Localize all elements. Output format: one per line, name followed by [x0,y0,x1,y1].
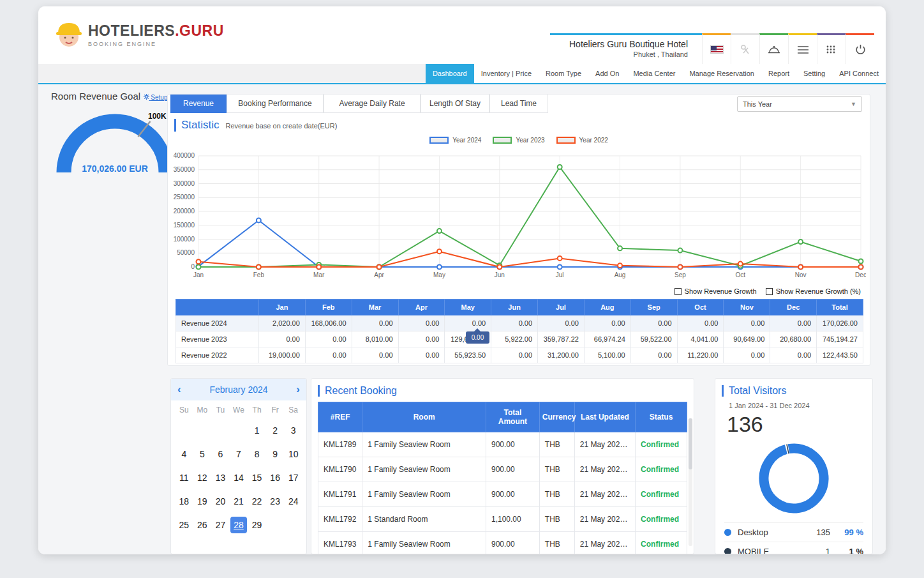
calendar-day-6[interactable]: 6 [211,446,230,462]
calendar-day-27[interactable]: 27 [211,517,230,533]
booking-row-kml1793[interactable]: KML17931 Family Seaview Room900.00THB21 … [318,532,687,555]
logo[interactable]: HOTELIERS.GURU BOOKING ENGINE [55,19,224,50]
calendar-day-4[interactable]: 4 [175,446,193,462]
revenue-cell: 5,100.00 [584,347,630,363]
calendar-day-10[interactable]: 10 [284,446,302,462]
show-revenue-growth-pct-checkbox[interactable]: Show Revenue Growth (%) [766,287,861,295]
revenue-line-chart: 0500001000001500002000002500003000003500… [173,148,866,287]
revenue-cell: 11,220.00 [677,347,724,363]
calendar-day-7[interactable]: 7 [230,446,248,462]
total-visitors-panel: Total Visitors 1 Jan 2024 - 31 Dec 2024 … [715,378,873,554]
calendar-day-13[interactable]: 13 [211,469,230,486]
row-label: Revenue 2023 [176,331,259,347]
room-service-button[interactable] [759,33,788,64]
revenue-col-header [176,300,259,316]
calendar-day-21[interactable]: 21 [230,493,248,510]
booking-scrollbar[interactable] [689,418,692,546]
nav-item-room-type[interactable]: Room Type [539,64,588,83]
nav-item-manage-reservation[interactable]: Manage Reservation [682,64,761,83]
calendar-day-22[interactable]: 22 [248,493,266,510]
nav-item-report[interactable]: Report [761,64,796,83]
checkbox-icon [674,288,682,295]
statistic-panel: RevenueBooking PerformanceAverage Daily … [167,94,870,366]
show-revenue-growth-checkbox[interactable]: Show Revenue Growth [674,287,757,295]
calendar-day-8[interactable]: 8 [248,446,266,462]
booking-cell: 1 Standard Room [362,507,486,532]
calendar-day-24[interactable]: 24 [284,493,302,510]
goal-setup-link[interactable]: Setup [144,94,168,101]
tab-lead-time[interactable]: Lead Time [489,95,548,113]
calendar-day-19[interactable]: 19 [193,493,212,510]
calendar-day-3[interactable]: 3 [284,422,302,439]
svg-text:Dec: Dec [855,271,866,278]
legend-item-year-2024[interactable]: Year 2024 [429,137,481,144]
tools-button[interactable] [731,33,759,64]
calendar-day-23[interactable]: 23 [266,493,285,510]
tab-average-daily-rate[interactable]: Average Daily Rate [324,95,421,113]
list-button[interactable] [788,33,817,64]
nav-item-media-center[interactable]: Media Center [626,64,682,83]
period-select[interactable]: This Year ▼ [737,96,862,112]
booking-cell: 21 May 202… [574,482,635,507]
tab-length-of-stay[interactable]: Length Of Stay [421,95,489,113]
revenue-cell: 19,000.00 [259,347,306,363]
main-nav: DashboardInventory | PriceRoom TypeAdd O… [426,64,886,83]
calendar-day-12[interactable]: 12 [193,469,212,486]
calendar-day-15[interactable]: 15 [248,469,266,486]
nav-item-api-connect[interactable]: API Connect [832,64,886,83]
booking-status: Confirmed [636,482,687,507]
value-tooltip: 0.00 [466,331,489,344]
calendar-next-button[interactable]: › [296,383,300,396]
revenue-goal-gauge: 100K 170,026.00 EUR [51,109,179,180]
booking-row-kml1792[interactable]: KML17921 Standard Room1,100.00THB21 May … [318,507,687,532]
tab-booking-performance[interactable]: Booking Performance [227,95,324,113]
calendar-day-1[interactable]: 1 [248,422,266,439]
language-flag-button[interactable] [702,33,731,64]
legend-item-year-2023[interactable]: Year 2023 [493,137,544,144]
calendar-day-16[interactable]: 16 [266,469,285,486]
calendar-day-11[interactable]: 11 [175,469,193,486]
calendar-day-17[interactable]: 17 [284,469,302,486]
calendar-day-9[interactable]: 9 [266,446,285,462]
calendar-prev-button[interactable]: ‹ [177,383,181,396]
booking-cell: 900.00 [486,482,540,507]
booking-cell: 21 May 202… [574,532,635,555]
booking-status: Confirmed [636,507,687,532]
booking-row-kml1790[interactable]: KML17901 Family Seaview Room900.00THB21 … [318,457,687,482]
booking-cell: 21 May 202… [574,432,635,457]
logo-title: HOTELIERS.GURU [88,22,224,40]
booking-col-header: Last Updated [574,402,635,432]
calendar-day-28[interactable]: 28 [230,517,247,533]
logout-button[interactable] [846,33,874,64]
calendar-day-29[interactable]: 29 [248,517,266,533]
calendar-day-26[interactable]: 26 [193,517,212,533]
svg-text:50000: 50000 [177,249,195,256]
header-right: Hoteliers Guru Boutique Hotel Phuket , T… [550,33,874,64]
booking-status: Confirmed [636,457,687,482]
scrollbar-thumb[interactable] [689,418,692,469]
tab-revenue[interactable]: Revenue [170,95,227,113]
revenue-cell: 745,194.27 [817,331,863,347]
nav-item-inventory-price[interactable]: Inventory | Price [474,64,539,83]
revenue-cell: 0.00 [398,347,445,363]
nav-item-dashboard[interactable]: Dashboard [426,64,474,83]
calendar-day-25[interactable]: 25 [175,517,193,533]
calendar-day-18[interactable]: 18 [175,493,193,510]
statistic-title: Statistic [174,119,220,132]
calendar-day-14[interactable]: 14 [230,469,248,486]
calendar-day-20[interactable]: 20 [211,493,230,510]
goal-marker-label: 100K [148,112,167,121]
revenue-col-header: Feb [305,300,352,316]
visitors-legend-desktop: Desktop13599 % [724,522,863,542]
apps-button[interactable] [817,33,846,64]
calendar-header: ‹ February 2024 › [171,379,306,400]
revenue-col-header: Dec [770,300,817,316]
booking-row-kml1791[interactable]: KML17911 Family Seaview Room900.00THB21 … [318,482,687,507]
booking-row-kml1789[interactable]: KML17891 Family Seaview Room900.00THB21 … [318,432,687,457]
calendar-day-5[interactable]: 5 [193,446,212,462]
checkbox-icon [766,288,773,295]
nav-item-setting[interactable]: Setting [796,64,832,83]
nav-item-add-on[interactable]: Add On [588,64,626,83]
calendar-day-2[interactable]: 2 [266,422,285,439]
legend-item-year-2022[interactable]: Year 2022 [556,137,608,144]
